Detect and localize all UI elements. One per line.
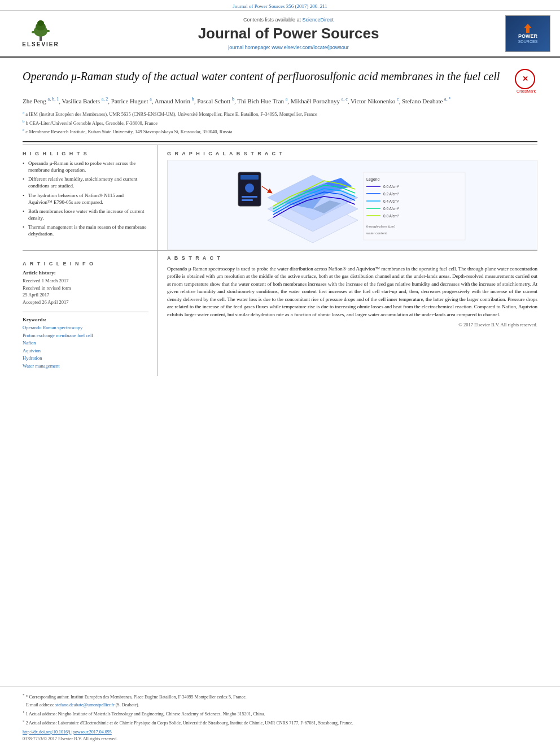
- crossmark-badge: ✕ CrossMark: [515, 69, 537, 91]
- ps-logo-power-text: POWER: [518, 34, 537, 40]
- header-left: ELSEVIER: [7, 20, 75, 48]
- title-divider: [23, 141, 537, 142]
- svg-rect-10: [242, 196, 257, 198]
- header-center: Contents lists available at ScienceDirec…: [75, 17, 502, 50]
- keywords-section: Keywords: Operando Raman spectroscopy Pr…: [23, 317, 148, 370]
- abstract-heading: A B S T R A C T: [167, 255, 537, 261]
- svg-text:through-plane (μm): through-plane (μm): [366, 225, 395, 228]
- highlights-list: Operando μ-Raman is used to probe water …: [23, 160, 148, 237]
- copyright-line: © 2017 Elsevier B.V. All rights reserved…: [167, 322, 537, 327]
- corresponding-note: * * Corresponding author. Institut Europ…: [23, 693, 537, 700]
- svg-text:0.6 A/cm²: 0.6 A/cm²: [383, 207, 399, 211]
- article-info-heading: A R T I C L E I N F O: [23, 261, 148, 267]
- svg-rect-8: [240, 175, 259, 180]
- crossmark-label: CrossMark: [515, 89, 537, 93]
- article-title: Operando μ-Raman study of the actual wat…: [23, 69, 506, 84]
- svg-rect-20: [364, 172, 465, 240]
- svg-text:0.2 A/cm²: 0.2 A/cm²: [383, 192, 399, 196]
- affiliations-section: a a IEM (Institut Européen des Membranes…: [23, 110, 537, 136]
- elsevier-tree-icon: [24, 20, 58, 41]
- keyword-1: Operando Raman spectroscopy: [23, 324, 148, 332]
- graphical-abstract-image: Legend 0.0 A/cm² 0.2 A/cm² 0.4 A/cm² 0.6…: [167, 160, 537, 250]
- svg-rect-4: [32, 31, 36, 33]
- svg-text:0.4 A/cm²: 0.4 A/cm²: [383, 199, 399, 203]
- svg-text:0.8 A/cm²: 0.8 A/cm²: [383, 214, 399, 218]
- keyword-4: Aquivion: [23, 347, 148, 355]
- keyword-6: Water management: [23, 362, 148, 370]
- svg-text:water content: water content: [366, 231, 387, 235]
- page: Journal of Power Sources 356 (2017) 200–…: [0, 0, 560, 747]
- highlight-item-4: Both membranes loose water with the incr…: [23, 208, 148, 221]
- keywords-label: Keywords:: [23, 317, 148, 322]
- elsevier-logo: ELSEVIER: [15, 20, 66, 48]
- keyword-3: Nafion: [23, 339, 148, 347]
- svg-rect-5: [45, 30, 50, 32]
- keyword-2: Proton exchange membrane fuel cell: [23, 332, 148, 340]
- footer-section: * * Corresponding author. Institut Europ…: [0, 687, 560, 747]
- info-divider: [23, 312, 148, 312]
- header-right: POWER SOURCES: [502, 15, 553, 52]
- elsevier-brand: ELSEVIER: [22, 41, 59, 47]
- affil-b: b b CEA-Liten/Université Grenoble Alpes,…: [23, 119, 537, 127]
- email-address[interactable]: stefano.deabate@umontpellier.fr: [55, 702, 115, 707]
- ps-logo-sources-text: SOURCES: [518, 40, 538, 44]
- article-info-abstract-row: A R T I C L E I N F O Article history: R…: [23, 250, 537, 376]
- svg-text:Legend: Legend: [366, 177, 379, 182]
- crossmark-icon: ✕: [522, 75, 528, 84]
- authors-section: Zhe Peng a, b, 1, Vasilica Badets a, 2, …: [23, 96, 537, 106]
- journal-homepage-line: journal homepage: www.elsevier.com/locat…: [228, 45, 349, 50]
- article-history: Article history: Received 1 March 2017 R…: [23, 270, 148, 306]
- received-date: Received 1 March 2017 Received in revise…: [23, 277, 148, 306]
- abstract-column: A B S T R A C T Operando μ-Raman spectro…: [158, 251, 537, 376]
- highlights-graphical-row: H I G H L I G H T S Operando μ-Raman is …: [23, 145, 537, 250]
- footnote-1: 1 1 Actual address: Ningbo Institute of …: [23, 710, 537, 717]
- svg-point-9: [245, 184, 254, 193]
- title-operando: Operando μ: [23, 70, 77, 82]
- journal-homepage-link[interactable]: www.elsevier.com/locate/jpowsour: [272, 45, 349, 50]
- graphical-abstract-column: G R A P H I C A L A B S T R A C T: [158, 145, 537, 250]
- header-section: ELSEVIER Contents lists available at Sci…: [0, 11, 560, 58]
- power-sources-logo: POWER SOURCES: [505, 15, 550, 52]
- article-body: Operando μ-Raman study of the actual wat…: [0, 58, 560, 687]
- crossmark-circle: ✕: [515, 69, 535, 89]
- article-info-column: A R T I C L E I N F O Article history: R…: [23, 251, 158, 376]
- keywords-list: Operando Raman spectroscopy Proton excha…: [23, 324, 148, 370]
- ps-logo-icon: [519, 23, 536, 34]
- article-title-section: Operando μ-Raman study of the actual wat…: [23, 58, 537, 96]
- journal-title: Journal of Power Sources: [198, 25, 379, 42]
- journal-top-bar: Journal of Power Sources 356 (2017) 200–…: [0, 0, 560, 11]
- issn-line: 0378-7753/© 2017 Elsevier B.V. All right…: [23, 736, 537, 741]
- highlight-item-3: The hydration behaviors of Nafion® N115 …: [23, 192, 148, 206]
- svg-text:0.0 A/cm²: 0.0 A/cm²: [383, 185, 399, 189]
- highlights-column: H I G H L I G H T S Operando μ-Raman is …: [23, 145, 158, 250]
- affil-c: c c Membrane Research Institute, Kuban S…: [23, 127, 537, 136]
- keyword-5: Hydration: [23, 355, 148, 362]
- contents-availability: Contents lists available at ScienceDirec…: [243, 17, 334, 23]
- affil-a: a a IEM (Institut Européen des Membranes…: [23, 110, 537, 118]
- history-label: Article history:: [23, 270, 148, 276]
- abstract-text: Operando μ-Raman spectroscopy is used to…: [167, 265, 537, 319]
- email-line: E-mail address: stefano.deabate@umontpel…: [23, 702, 537, 708]
- highlight-item-1: Operando μ-Raman is used to probe water …: [23, 160, 148, 173]
- highlights-heading: H I G H L I G H T S: [23, 151, 148, 156]
- doi-link[interactable]: http://dx.doi.org/10.1016/j.jpowsour.201…: [23, 729, 537, 735]
- highlight-item-2: Different relative humidity, stoichiomet…: [23, 176, 148, 189]
- journal-volume-info: Journal of Power Sources 356 (2017) 200–…: [233, 3, 327, 9]
- graphical-abstract-heading: G R A P H I C A L A B S T R A C T: [167, 151, 537, 156]
- svg-rect-11: [242, 199, 253, 201]
- svg-marker-6: [524, 24, 532, 33]
- highlight-item-5: Thermal management is the main reason of…: [23, 224, 148, 237]
- graphical-abstract-svg: Legend 0.0 A/cm² 0.2 A/cm² 0.4 A/cm² 0.6…: [168, 161, 537, 248]
- footnote-2: 2 2 Actual address: Laboratoire d'Electr…: [23, 719, 537, 726]
- svg-point-3: [37, 20, 44, 26]
- svg-line-19: [262, 186, 270, 192]
- sciencedirect-link[interactable]: ScienceDirect: [303, 17, 334, 23]
